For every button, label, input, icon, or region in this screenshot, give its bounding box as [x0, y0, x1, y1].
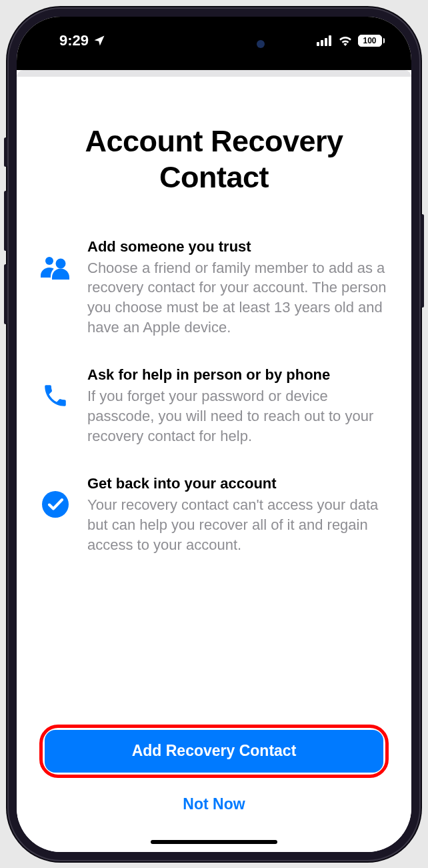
button-area: Add Recovery Contact Not Now [39, 725, 389, 852]
info-help-desc: If you forget your password or device pa… [87, 386, 389, 446]
phone-screen: 9:29 100 [17, 17, 411, 852]
info-help: Ask for help in person or by phone If yo… [39, 366, 389, 446]
svg-rect-1 [321, 40, 323, 46]
info-recover: Get back into your account Your recovery… [39, 475, 389, 554]
phone-frame: 9:29 100 [7, 7, 421, 861]
add-recovery-contact-button[interactable]: Add Recovery Contact [45, 730, 383, 773]
svg-point-4 [45, 257, 53, 265]
info-help-title: Ask for help in person or by phone [87, 366, 389, 384]
dynamic-island [158, 30, 270, 59]
front-camera [257, 40, 265, 48]
checkmark-icon [39, 488, 71, 520]
content-area: Account Recovery Contact Add someone you… [17, 77, 411, 852]
info-recover-desc: Your recovery contact can't access your … [87, 495, 389, 554]
volume-up-button[interactable] [4, 191, 7, 251]
status-time: 9:29 [59, 32, 89, 49]
page-title: Account Recovery Contact [39, 123, 389, 195]
annotation-highlight: Add Recovery Contact [39, 725, 389, 778]
info-trust: Add someone you trust Choose a friend or… [39, 238, 389, 338]
not-now-button[interactable]: Not Now [39, 790, 389, 819]
phone-icon [39, 380, 71, 412]
silent-switch[interactable] [4, 137, 7, 167]
sheet-grabber[interactable] [17, 70, 411, 77]
svg-rect-2 [325, 38, 327, 46]
volume-down-button[interactable] [4, 264, 7, 324]
info-recover-title: Get back into your account [87, 475, 389, 492]
power-button[interactable] [421, 214, 424, 308]
info-trust-title: Add someone you trust [87, 238, 389, 256]
svg-rect-0 [317, 42, 319, 46]
battery-indicator: 100 [358, 35, 385, 47]
svg-rect-3 [329, 35, 331, 46]
location-icon [93, 34, 106, 47]
svg-point-6 [42, 491, 69, 518]
battery-percentage: 100 [358, 35, 382, 47]
svg-point-5 [56, 258, 66, 268]
wifi-icon [338, 35, 353, 46]
cellular-icon [317, 35, 333, 46]
people-icon [39, 252, 71, 284]
info-trust-desc: Choose a friend or family member to add … [87, 258, 389, 338]
home-indicator[interactable] [151, 840, 277, 844]
